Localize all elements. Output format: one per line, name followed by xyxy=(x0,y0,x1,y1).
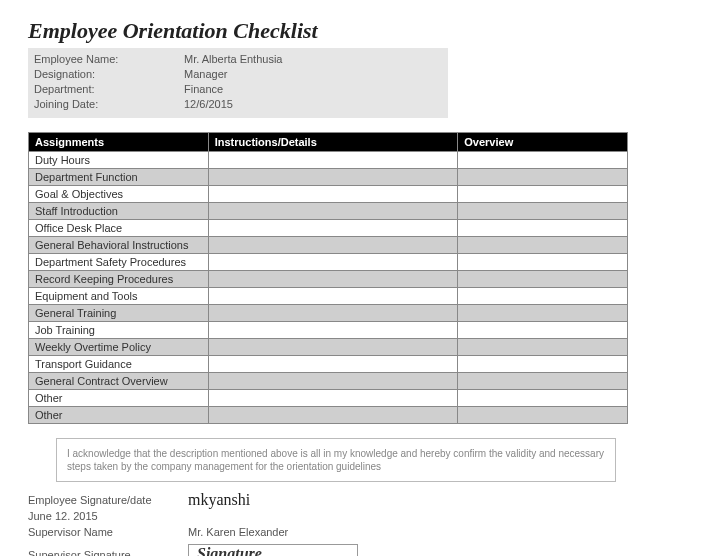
label-supervisor-name: Supervisor Name xyxy=(28,524,188,540)
table-row: Job Training xyxy=(29,322,628,339)
overview-cell xyxy=(458,237,628,254)
page-title: Employee Orientation Checklist xyxy=(28,18,693,44)
assignment-cell: Duty Hours xyxy=(29,152,209,169)
instructions-cell xyxy=(208,271,458,288)
instructions-cell xyxy=(208,186,458,203)
col-assignments: Assignments xyxy=(29,133,209,152)
overview-cell xyxy=(458,220,628,237)
value-department: Finance xyxy=(184,82,223,97)
instructions-cell xyxy=(208,339,458,356)
label-supervisor-signature: Supervisor Signature xyxy=(28,547,188,556)
supervisor-name-value: Mr. Karen Elexander xyxy=(188,524,288,540)
assignment-cell: Office Desk Place xyxy=(29,220,209,237)
value-joining-date: 12/6/2015 xyxy=(184,97,233,112)
employee-signature-script: mkyanshi xyxy=(188,492,250,508)
instructions-cell xyxy=(208,390,458,407)
instructions-cell xyxy=(208,356,458,373)
instructions-cell xyxy=(208,254,458,271)
table-row: Office Desk Place xyxy=(29,220,628,237)
assignment-cell: Record Keeping Procedures xyxy=(29,271,209,288)
col-overview: Overview xyxy=(458,133,628,152)
assignment-cell: Department Safety Procedures xyxy=(29,254,209,271)
table-row: Other xyxy=(29,407,628,424)
label-department: Department: xyxy=(34,82,184,97)
label-employee-signature: Employee Signature/date xyxy=(28,492,188,508)
instructions-cell xyxy=(208,169,458,186)
table-row: General Contract Overview xyxy=(29,373,628,390)
assignment-cell: Other xyxy=(29,407,209,424)
overview-cell xyxy=(458,373,628,390)
overview-cell xyxy=(458,254,628,271)
table-row: Other xyxy=(29,390,628,407)
instructions-cell xyxy=(208,373,458,390)
employee-info-block: Employee Name: Mr. Alberta Enthusia Desi… xyxy=(28,48,448,118)
assignment-cell: General Behavioral Instructions xyxy=(29,237,209,254)
table-row: Department Safety Procedures xyxy=(29,254,628,271)
value-designation: Manager xyxy=(184,67,227,82)
table-row: Equipment and Tools xyxy=(29,288,628,305)
instructions-cell xyxy=(208,220,458,237)
table-row: Goal & Objectives xyxy=(29,186,628,203)
assignment-cell: Job Training xyxy=(29,322,209,339)
instructions-cell xyxy=(208,305,458,322)
label-designation: Designation: xyxy=(34,67,184,82)
assignment-cell: Weekly Overtime Policy xyxy=(29,339,209,356)
label-joining-date: Joining Date: xyxy=(34,97,184,112)
table-row: Department Function xyxy=(29,169,628,186)
instructions-cell xyxy=(208,152,458,169)
assignment-cell: Other xyxy=(29,390,209,407)
overview-cell xyxy=(458,339,628,356)
supervisor-signature-box: Signature xyxy=(188,544,358,556)
instructions-cell xyxy=(208,407,458,424)
overview-cell xyxy=(458,152,628,169)
signature-block: Employee Signature/date mkyanshi June 12… xyxy=(28,492,693,556)
instructions-cell xyxy=(208,322,458,339)
table-row: Duty Hours xyxy=(29,152,628,169)
instructions-cell xyxy=(208,203,458,220)
overview-cell xyxy=(458,356,628,373)
label-employee-name: Employee Name: xyxy=(34,52,184,67)
overview-cell xyxy=(458,305,628,322)
table-row: Staff Introduction xyxy=(29,203,628,220)
table-row: General Behavioral Instructions xyxy=(29,237,628,254)
overview-cell xyxy=(458,407,628,424)
acknowledgement-text: I acknowledge that the description menti… xyxy=(56,438,616,482)
overview-cell xyxy=(458,322,628,339)
table-row: General Training xyxy=(29,305,628,322)
overview-cell xyxy=(458,288,628,305)
checklist-table: Assignments Instructions/Details Overvie… xyxy=(28,132,628,424)
table-row: Record Keeping Procedures xyxy=(29,271,628,288)
assignment-cell: General Training xyxy=(29,305,209,322)
overview-cell xyxy=(458,203,628,220)
instructions-cell xyxy=(208,288,458,305)
assignment-cell: Transport Guidance xyxy=(29,356,209,373)
instructions-cell xyxy=(208,237,458,254)
table-row: Weekly Overtime Policy xyxy=(29,339,628,356)
table-row: Transport Guidance xyxy=(29,356,628,373)
col-instructions: Instructions/Details xyxy=(208,133,458,152)
overview-cell xyxy=(458,271,628,288)
assignment-cell: Equipment and Tools xyxy=(29,288,209,305)
overview-cell xyxy=(458,186,628,203)
overview-cell xyxy=(458,390,628,407)
employee-signature-date: June 12. 2015 xyxy=(28,508,188,524)
assignment-cell: Staff Introduction xyxy=(29,203,209,220)
assignment-cell: General Contract Overview xyxy=(29,373,209,390)
assignment-cell: Department Function xyxy=(29,169,209,186)
assignment-cell: Goal & Objectives xyxy=(29,186,209,203)
overview-cell xyxy=(458,169,628,186)
value-employee-name: Mr. Alberta Enthusia xyxy=(184,52,282,67)
